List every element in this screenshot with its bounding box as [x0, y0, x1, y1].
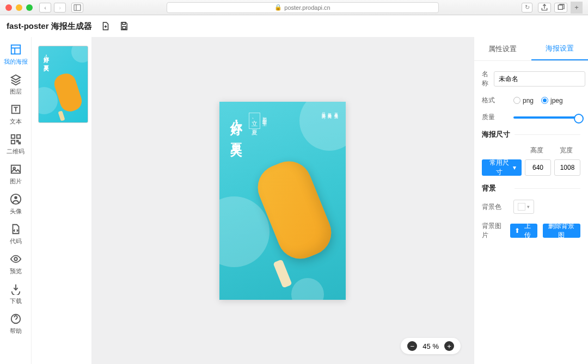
sidebar-item-avatar[interactable]: 头像 — [10, 193, 22, 215]
sidebar-label: 图层 — [10, 88, 22, 96]
template-icon — [10, 44, 22, 55]
sidebar-item-my-posters[interactable]: 我的海报 — [4, 44, 28, 66]
bg-color-picker[interactable]: ▾ — [513, 200, 534, 214]
svg-rect-0 — [74, 4, 81, 10]
height-input[interactable] — [525, 159, 551, 176]
svg-rect-9 — [11, 135, 14, 138]
chevron-down-icon: ▾ — [527, 204, 530, 209]
format-label: 格式 — [482, 96, 508, 105]
delete-bg-button[interactable]: 删除背景图 — [543, 224, 580, 238]
quality-label: 质量 — [482, 113, 508, 122]
new-doc-icon[interactable] — [101, 21, 111, 31]
sidebar-label: 图片 — [10, 177, 22, 186]
tab-attribute-settings[interactable]: 属性设置 — [474, 37, 531, 60]
left-sidebar: 我的海报 图层 文本 二维码 图片 头像 代码 预览 下载 帮助 — [0, 37, 32, 364]
width-header: 宽度 — [560, 146, 573, 155]
close-window-icon[interactable] — [5, 4, 12, 11]
svg-rect-10 — [16, 135, 20, 138]
layers-icon — [10, 73, 22, 85]
common-size-button[interactable]: 常用尺寸▾ — [482, 159, 522, 176]
poster-preview[interactable]: 你好，夏天 立、夏 那四朗在十三 入夏湿气重天气最难熬时天早晚温差大时 — [219, 102, 346, 300]
sidebar-toggle-icon[interactable] — [71, 3, 83, 13]
save-icon[interactable] — [119, 21, 129, 31]
eye-icon — [10, 253, 22, 265]
upload-icon: ⬆ — [514, 227, 520, 235]
sidebar-item-qrcode[interactable]: 二维码 — [7, 133, 24, 156]
svg-rect-12 — [11, 165, 20, 174]
sidebar-item-layers[interactable]: 图层 — [10, 73, 22, 96]
maximize-window-icon[interactable] — [26, 4, 33, 11]
tabs-icon[interactable] — [554, 3, 567, 13]
size-section-title: 海报尺寸 — [482, 129, 580, 139]
upload-button[interactable]: ⬆上传 — [510, 224, 537, 238]
reload-icon[interactable]: ↻ — [522, 3, 532, 13]
chevron-down-icon: ▾ — [513, 164, 516, 171]
poster-right-text: 入夏湿气重天气最难熬时天早晚温差大时 — [321, 109, 339, 113]
sidebar-item-text[interactable]: 文本 — [10, 103, 22, 126]
svg-rect-11 — [11, 140, 14, 144]
svg-rect-3 — [122, 22, 125, 24]
lock-icon: 🔒 — [274, 4, 282, 11]
bg-section-title: 背景 — [482, 183, 580, 193]
svg-rect-5 — [11, 45, 20, 54]
code-icon — [10, 223, 22, 235]
tab-poster-settings[interactable]: 海报设置 — [531, 37, 589, 60]
zoom-out-button[interactable]: − — [407, 341, 417, 351]
sidebar-item-download[interactable]: 下载 — [10, 283, 22, 305]
poster-thumbnail[interactable]: 你好，夏天 — [38, 46, 88, 123]
name-input[interactable] — [494, 71, 585, 87]
share-icon[interactable] — [538, 3, 551, 13]
sidebar-label: 下载 — [10, 297, 22, 305]
sidebar-label: 二维码 — [7, 147, 24, 156]
titlebar: ‹ › 🔒 poster.prodapi.cn ↻ + — [0, 0, 588, 15]
sidebar-item-image[interactable]: 图片 — [10, 163, 22, 186]
sidebar-label: 预览 — [10, 267, 22, 275]
poster-small-text: 那四朗在十三 — [261, 114, 267, 120]
poster-main-text: 你好，夏天 — [228, 112, 244, 140]
url-bar[interactable]: 🔒 poster.prodapi.cn — [167, 2, 439, 13]
svg-rect-2 — [558, 5, 562, 9]
svg-rect-4 — [122, 27, 126, 29]
sidebar-label: 我的海报 — [4, 58, 28, 66]
poster-tag: 立、夏 — [249, 113, 260, 129]
qrcode-icon — [10, 133, 22, 145]
image-icon — [10, 163, 22, 175]
right-panel: 属性设置 海报设置 名称 格式 png jpeg 质量 海报尺寸 高度 宽度 常… — [474, 37, 588, 364]
zoom-in-button[interactable]: + — [444, 341, 454, 351]
name-label: 名称 — [482, 70, 488, 88]
width-input[interactable] — [554, 159, 580, 176]
minimize-window-icon[interactable] — [16, 4, 22, 11]
thumbnail-panel: 你好，夏天 — [32, 37, 91, 364]
sidebar-item-help[interactable]: 帮助 — [10, 313, 22, 335]
download-icon — [10, 283, 22, 295]
sidebar-item-code[interactable]: 代码 — [10, 223, 22, 245]
sidebar-label: 文本 — [10, 118, 22, 126]
new-tab-button[interactable]: + — [571, 2, 583, 14]
avatar-icon — [10, 193, 22, 205]
text-icon — [10, 103, 22, 115]
app-title: fast-poster 海报生成器 — [7, 21, 92, 32]
height-header: 高度 — [530, 146, 543, 155]
forward-button[interactable]: › — [54, 3, 66, 13]
zoom-control: − 45 % + — [401, 338, 461, 354]
help-icon — [10, 313, 22, 325]
svg-point-16 — [14, 257, 17, 261]
sidebar-item-preview[interactable]: 预览 — [10, 253, 22, 275]
thumb-text: 你好，夏天 — [42, 52, 50, 63]
zoom-value: 45 % — [422, 342, 439, 350]
canvas-area[interactable]: 你好，夏天 立、夏 那四朗在十三 入夏湿气重天气最难熬时天早晚温差大时 − 45… — [91, 37, 474, 364]
bg-color-label: 背景色 — [482, 202, 508, 212]
quality-slider[interactable] — [513, 116, 580, 119]
url-text: poster.prodapi.cn — [284, 4, 330, 11]
svg-point-15 — [14, 196, 17, 200]
sidebar-label: 代码 — [10, 237, 22, 245]
sidebar-label: 帮助 — [10, 327, 22, 335]
radio-png[interactable]: png — [513, 97, 534, 104]
app-header: fast-poster 海报生成器 — [0, 15, 588, 37]
back-button[interactable]: ‹ — [39, 3, 51, 13]
radio-jpeg[interactable]: jpeg — [541, 97, 563, 104]
bg-image-label: 背景图片 — [482, 221, 505, 240]
sidebar-label: 头像 — [10, 207, 22, 215]
